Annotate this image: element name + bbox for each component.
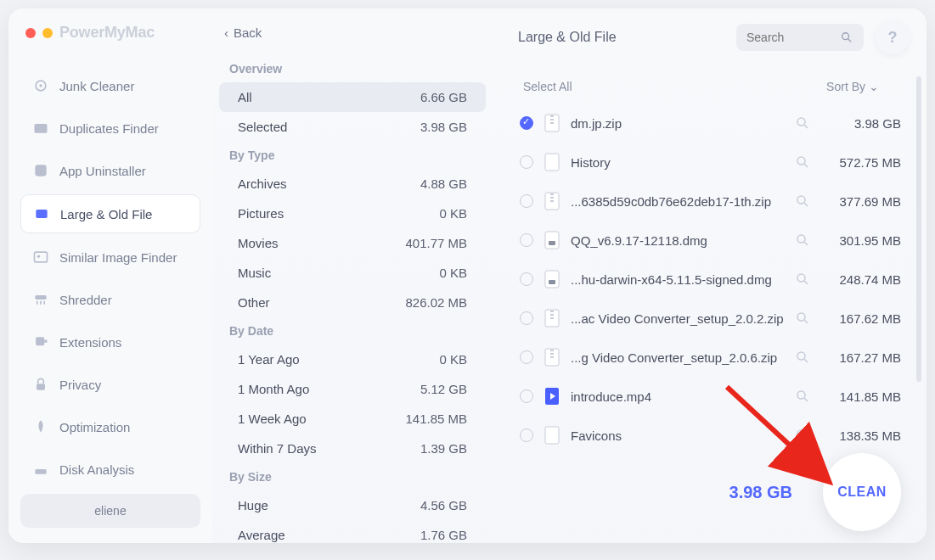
sort-by-button[interactable]: Sort By ⌄	[826, 80, 879, 93]
file-checkbox[interactable]	[520, 389, 533, 403]
svg-point-24	[797, 157, 805, 165]
filter-row-pictures[interactable]: Pictures0 KB	[219, 199, 486, 228]
search-input[interactable]	[746, 31, 840, 44]
reveal-in-finder-icon[interactable]	[795, 428, 810, 443]
file-type-icon	[544, 269, 560, 289]
sidebar-item-label: Optimization	[59, 420, 130, 434]
filter-panel: ‹ Back Overview All6.66 GB Selected3.98 …	[212, 8, 501, 543]
file-checkbox[interactable]	[520, 311, 533, 325]
scrollbar[interactable]	[916, 76, 921, 382]
filter-row-selected[interactable]: Selected3.98 GB	[219, 112, 486, 142]
sidebar-item-optimization[interactable]: Optimization	[20, 408, 200, 445]
sidebar-item-privacy[interactable]: Privacy	[20, 366, 200, 403]
file-row[interactable]: ...ac Video Converter_setup_2.0.2.zip167…	[510, 299, 911, 338]
reveal-in-finder-icon[interactable]	[795, 389, 810, 404]
clean-button[interactable]: CLEAN	[823, 453, 901, 531]
file-row[interactable]: introduce.mp4141.85 MB	[510, 377, 911, 416]
file-size: 167.27 MB	[820, 350, 901, 365]
filter-row-other[interactable]: Other826.02 MB	[219, 288, 486, 317]
reveal-in-finder-icon[interactable]	[795, 350, 810, 365]
filter-row-archives[interactable]: Archives4.88 GB	[219, 169, 486, 199]
sidebar-item-junk-cleaner[interactable]: Junk Cleaner	[20, 67, 200, 104]
filter-row-1-year[interactable]: 1 Year Ago0 KB	[219, 344, 486, 374]
file-checkbox[interactable]	[520, 350, 533, 364]
sidebar-item-duplicates-finder[interactable]: Duplicates Finder	[20, 109, 200, 147]
reveal-in-finder-icon[interactable]	[795, 193, 810, 209]
file-checkbox[interactable]	[520, 233, 533, 247]
filter-row-1-month[interactable]: 1 Month Ago5.12 GB	[219, 374, 486, 404]
file-row[interactable]: History572.75 MB	[510, 143, 911, 182]
file-checkbox[interactable]	[520, 272, 533, 286]
svg-line-55	[804, 398, 808, 401]
file-row[interactable]: ...g Video Converter_setup_2.0.6.zip167.…	[510, 338, 911, 377]
svg-line-58	[804, 437, 808, 440]
shredder-icon	[32, 291, 49, 308]
svg-rect-3	[35, 165, 46, 176]
app-name: PowerMyMac	[59, 24, 155, 42]
filter-row-movies[interactable]: Movies401.77 MB	[219, 228, 486, 258]
file-size: 301.95 MB	[820, 233, 901, 248]
filter-row-1-week[interactable]: 1 Week Ago141.85 MB	[219, 404, 486, 434]
svg-rect-19	[550, 119, 554, 120]
svg-rect-29	[550, 200, 554, 202]
sidebar-nav: Junk Cleaner Duplicates Finder App Unins…	[20, 67, 200, 494]
filter-section-by-type: By Type	[219, 142, 486, 169]
filter-section-by-size: By Size	[219, 463, 486, 490]
gear-icon	[32, 77, 49, 94]
reveal-in-finder-icon[interactable]	[795, 115, 810, 131]
file-row[interactable]: QQ_v6.9.17-12118.dmg301.95 MB	[510, 221, 911, 260]
file-checkbox[interactable]	[520, 194, 533, 208]
sidebar-item-disk-analysis[interactable]: Disk Analysis	[20, 451, 200, 488]
image-icon	[32, 249, 49, 266]
file-checkbox[interactable]	[520, 155, 533, 169]
sidebar-item-extensions[interactable]: Extensions	[20, 323, 200, 361]
file-row[interactable]: ...hu-darwin-x64-5.11.5-signed.dmg248.74…	[510, 260, 911, 299]
help-button[interactable]: ?	[876, 20, 910, 54]
file-checkbox[interactable]	[520, 428, 533, 442]
reveal-in-finder-icon[interactable]	[795, 154, 810, 170]
filter-row-average[interactable]: Average1.76 GB	[219, 520, 486, 543]
svg-point-50	[797, 352, 805, 360]
footer-bar: 3.98 GB CLEAN	[729, 453, 901, 531]
svg-point-54	[797, 391, 805, 399]
file-size: 3.98 GB	[820, 116, 901, 131]
filter-row-7-days[interactable]: Within 7 Days1.39 GB	[219, 434, 486, 463]
file-row[interactable]: Favicons138.35 MB	[510, 416, 911, 455]
svg-rect-11	[36, 337, 44, 345]
user-account-button[interactable]: eliene	[20, 494, 200, 528]
file-checkbox[interactable]	[520, 116, 533, 130]
back-button[interactable]: ‹ Back	[219, 20, 486, 55]
file-row[interactable]: dm.jp.zip3.98 GB	[510, 104, 911, 143]
svg-rect-7	[35, 295, 46, 300]
content-header: Large & Old File ?	[510, 20, 927, 59]
close-window-icon[interactable]	[25, 28, 36, 38]
reveal-in-finder-icon[interactable]	[795, 311, 810, 326]
file-row[interactable]: ...6385d59c0db76e62deb17-1th.zip377.69 M…	[510, 182, 911, 221]
traffic-lights[interactable]	[25, 28, 53, 38]
svg-rect-23	[545, 154, 559, 171]
svg-rect-27	[550, 193, 554, 195]
svg-point-57	[797, 430, 805, 438]
list-header: Select All Sort By ⌄	[510, 59, 927, 104]
svg-rect-12	[44, 340, 47, 343]
svg-point-6	[37, 255, 40, 258]
svg-point-30	[797, 196, 805, 204]
sidebar-item-label: Junk Cleaner	[59, 79, 134, 93]
reveal-in-finder-icon[interactable]	[795, 272, 810, 287]
minimize-window-icon[interactable]	[42, 28, 53, 38]
select-all-button[interactable]: Select All	[523, 80, 572, 93]
sidebar-item-app-uninstaller[interactable]: App Uninstaller	[20, 152, 200, 189]
reveal-in-finder-icon[interactable]	[795, 232, 810, 248]
svg-line-25	[804, 164, 808, 167]
search-box[interactable]	[736, 24, 864, 51]
filter-row-music[interactable]: Music0 KB	[219, 258, 486, 288]
file-name: Favicons	[571, 428, 785, 443]
filter-row-all[interactable]: All6.66 GB	[219, 82, 486, 112]
filter-row-huge[interactable]: Huge4.56 GB	[219, 490, 486, 520]
svg-rect-28	[550, 197, 554, 199]
file-size: 138.35 MB	[820, 428, 901, 443]
sidebar-item-similar-image-finder[interactable]: Similar Image Finder	[20, 238, 200, 276]
sidebar-item-large-old-file[interactable]: Large & Old File	[20, 194, 200, 233]
sidebar-item-shredder[interactable]: Shredder	[20, 281, 200, 318]
svg-line-35	[804, 242, 808, 245]
